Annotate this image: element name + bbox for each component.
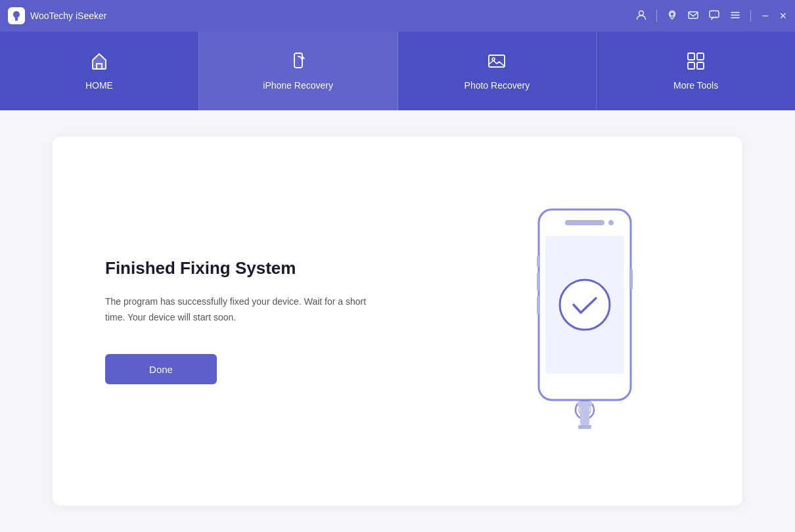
main-content: Finished Fixing System The program has s… [0,110,795,532]
tab-home-label: HOME [85,80,113,91]
account-icon[interactable] [635,9,647,23]
separator2 [750,10,751,22]
phone-svg [506,203,664,439]
location-icon[interactable] [666,9,678,23]
tab-home[interactable]: HOME [0,32,199,110]
svg-rect-9 [688,53,694,60]
svg-point-8 [492,58,495,60]
mail-icon[interactable] [687,9,699,23]
tab-more-tools[interactable]: More Tools [597,32,795,110]
app-title: WooTechy iSeeker [30,11,635,21]
svg-point-3 [670,12,674,16]
tab-iphone-recovery-label: iPhone Recovery [263,80,333,91]
svg-point-16 [608,220,614,225]
tab-photo-recovery[interactable]: Photo Recovery [398,32,597,110]
tab-iphone-recovery[interactable]: iPhone Recovery [199,32,398,110]
svg-rect-1 [15,20,18,21]
svg-rect-21 [580,407,589,425]
svg-rect-6 [294,53,302,68]
svg-rect-20 [578,401,592,407]
iphone-recovery-icon [288,51,308,74]
photo-recovery-icon [487,51,507,74]
home-icon [89,51,109,74]
svg-rect-0 [15,19,18,20]
tab-more-tools-label: More Tools [673,80,718,91]
svg-rect-7 [489,55,505,67]
phone-illustration [480,203,690,439]
separator [656,10,657,22]
done-button[interactable]: Done [105,354,217,384]
nav-bar: HOME iPhone Recovery Photo Recovery More… [0,32,795,110]
svg-rect-22 [578,425,591,429]
svg-rect-11 [688,62,694,69]
svg-rect-26 [629,269,633,290]
content-title: Finished Fixing System [105,258,480,278]
svg-rect-24 [537,273,540,291]
svg-rect-5 [710,11,719,17]
minimize-button[interactable]: − [760,9,770,23]
chat-icon[interactable] [708,9,720,23]
svg-rect-25 [537,296,540,315]
svg-rect-4 [689,12,698,18]
close-button[interactable]: ✕ [779,11,787,21]
content-description: The program has successfully fixed your … [105,294,381,326]
tab-photo-recovery-label: Photo Recovery [465,80,530,91]
titlebar-controls: − ✕ [635,9,787,23]
title-bar: WooTechy iSeeker − ✕ [0,0,795,32]
content-card: Finished Fixing System The program has s… [53,137,742,506]
menu-icon[interactable] [729,9,741,23]
svg-rect-15 [565,220,604,225]
more-tools-icon [686,51,706,74]
app-logo [8,7,25,24]
content-left: Finished Fixing System The program has s… [105,258,480,385]
svg-point-19 [560,280,610,330]
svg-rect-23 [537,255,540,267]
svg-point-2 [639,11,644,15]
svg-rect-12 [697,62,704,69]
svg-rect-10 [697,53,704,60]
